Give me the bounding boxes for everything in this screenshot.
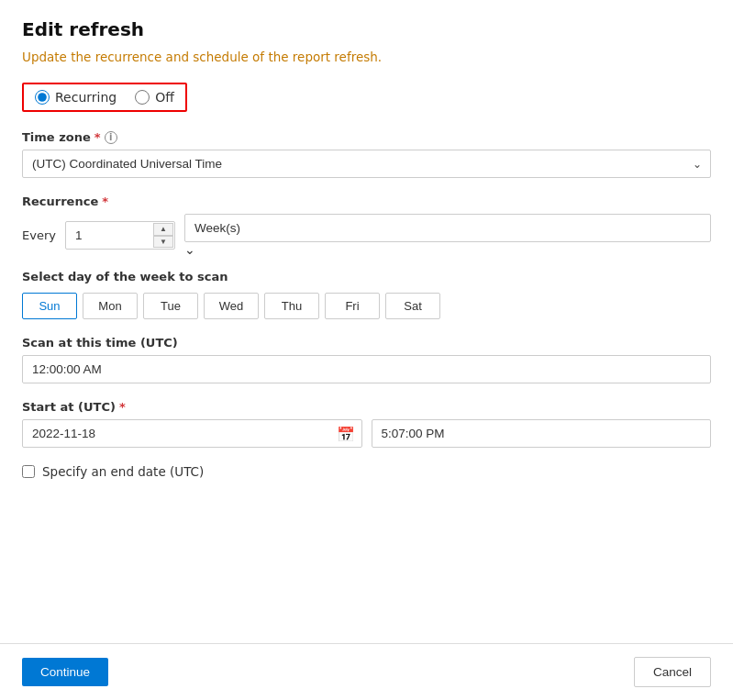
- recurrence-required: *: [102, 194, 108, 208]
- day-wed[interactable]: Wed: [204, 293, 259, 319]
- scan-time-label: Scan at this time (UTC): [22, 336, 711, 350]
- timezone-required: *: [94, 130, 101, 144]
- period-select[interactable]: Day(s) Week(s) Month(s): [184, 214, 711, 242]
- recurrence-section: Recurrence * Every ▲ ▼ Day(s) Week(s) Mo…: [22, 194, 711, 319]
- start-time-input[interactable]: [372, 419, 712, 448]
- recurring-radio[interactable]: [35, 90, 50, 105]
- timezone-select[interactable]: (UTC) Coordinated Universal Time (UTC-08…: [22, 150, 711, 178]
- recurrence-label: Recurrence *: [22, 194, 711, 208]
- day-sun[interactable]: Sun: [22, 293, 77, 319]
- every-decrement[interactable]: ▼: [153, 236, 173, 249]
- end-date-label[interactable]: Specify an end date (UTC): [42, 464, 204, 479]
- end-date-row: Specify an end date (UTC): [22, 464, 711, 479]
- day-tue[interactable]: Tue: [143, 293, 198, 319]
- date-wrapper: 📅: [22, 419, 362, 448]
- timezone-section: Time zone * i (UTC) Coordinated Universa…: [22, 130, 711, 178]
- day-mon[interactable]: Mon: [83, 293, 138, 319]
- off-option[interactable]: Off: [135, 90, 174, 105]
- period-select-wrapper: Day(s) Week(s) Month(s) ⌄: [184, 214, 711, 257]
- start-time-wrapper: [372, 419, 712, 448]
- end-date-checkbox[interactable]: [22, 465, 35, 478]
- recurrence-row: Every ▲ ▼ Day(s) Week(s) Month(s) ⌄: [22, 214, 711, 257]
- page-title: Edit refresh: [22, 18, 711, 40]
- period-chevron-icon: ⌄: [184, 242, 195, 257]
- every-increment[interactable]: ▲: [153, 223, 173, 236]
- footer: Continue Cancel: [0, 643, 733, 700]
- scan-time-input[interactable]: [22, 355, 711, 383]
- recurrence-radio-group: Recurring Off: [22, 83, 187, 112]
- recurring-label: Recurring: [55, 90, 117, 105]
- start-date-input[interactable]: [22, 419, 362, 448]
- timezone-select-wrapper: (UTC) Coordinated Universal Time (UTC-08…: [22, 150, 711, 178]
- recurring-option[interactable]: Recurring: [35, 90, 117, 105]
- every-spinners: ▲ ▼: [153, 223, 173, 248]
- timezone-label: Time zone * i: [22, 130, 711, 144]
- page-subtitle: Update the recurrence and schedule of th…: [22, 50, 711, 64]
- days-section: Select day of the week to scan Sun Mon T…: [22, 270, 711, 319]
- off-label: Off: [155, 90, 174, 105]
- start-at-label: Start at (UTC) *: [22, 400, 711, 414]
- start-at-row: 📅: [22, 419, 711, 448]
- start-at-required: *: [119, 400, 126, 414]
- day-thu[interactable]: Thu: [264, 293, 319, 319]
- day-sat[interactable]: Sat: [385, 293, 440, 319]
- day-fri[interactable]: Fri: [325, 293, 380, 319]
- scan-time-section: Scan at this time (UTC): [22, 336, 711, 383]
- every-input-wrapper: ▲ ▼: [65, 221, 175, 250]
- cancel-button[interactable]: Cancel: [634, 657, 711, 687]
- days-label: Select day of the week to scan: [22, 270, 711, 283]
- off-radio[interactable]: [135, 90, 150, 105]
- continue-button[interactable]: Continue: [22, 658, 108, 686]
- every-label: Every: [22, 228, 56, 242]
- timezone-info-icon[interactable]: i: [105, 131, 117, 144]
- day-buttons: Sun Mon Tue Wed Thu Fri Sat: [22, 293, 711, 319]
- start-at-section: Start at (UTC) * 📅: [22, 400, 711, 448]
